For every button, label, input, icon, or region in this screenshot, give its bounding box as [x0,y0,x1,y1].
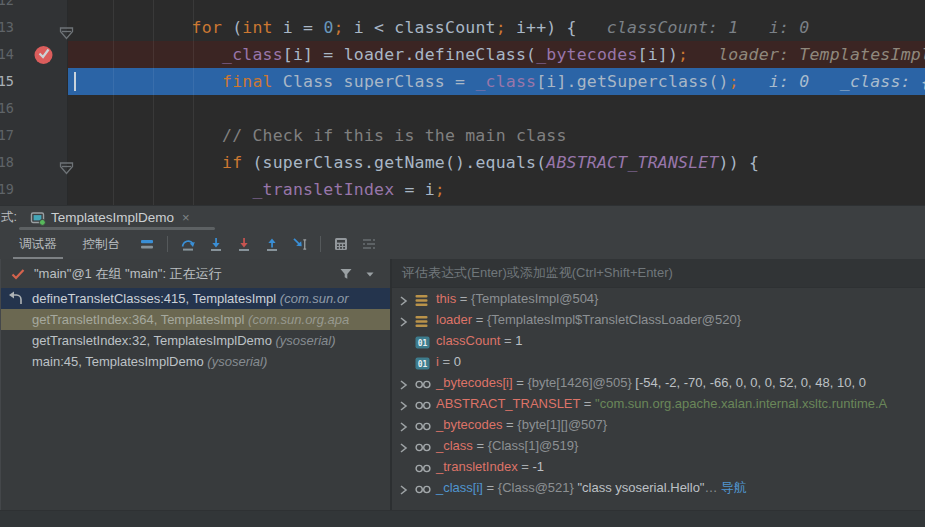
variable-value: = [503,417,518,432]
code-text[interactable]: _class[i] = loader.defineClass(_bytecode… [70,41,925,68]
run-configuration-icon [30,210,46,226]
layout-settings-icon[interactable] [361,236,377,252]
frame-package: (com.sun.or [280,291,349,306]
stack-frame[interactable]: defineTransletClasses:415, TemplatesImpl… [1,288,390,309]
step-over-icon[interactable] [180,236,196,252]
indent-guide [153,0,154,205]
variable-value: 0 [454,354,461,369]
line-number[interactable]: 412 [0,0,14,14]
code-line[interactable]: 417 // Check if this is the main class [0,122,925,149]
variable-row[interactable]: this = {TemplatesImpl@504} [392,288,925,309]
svg-text:01: 01 [418,339,428,348]
execution-point-icon [7,291,24,309]
expand-chevron-icon[interactable] [399,313,408,330]
expand-chevron-icon[interactable] [399,292,408,309]
evaluate-expression-icon[interactable] [333,236,349,252]
expand-chevron-icon[interactable] [399,418,408,435]
code-segment: [i]) [638,45,679,64]
watch-icon [415,376,431,393]
code-line[interactable]: 414 _class[i] = loader.defineClass(_byte… [0,41,925,68]
primitive-icon: 01 [415,334,430,351]
line-number[interactable]: 418 [0,149,14,176]
variable-row[interactable]: loader = {TemplatesImpl$TransletClassLoa… [392,309,925,330]
code-text[interactable]: _transletIndex = i; [70,176,445,203]
inline-debugger-hint: classCount: 1 i: 0 [607,18,810,37]
code-line[interactable]: 418 if (superClass.getName().equals(ABST… [0,149,925,176]
variable-row[interactable]: _bytecodes[i] = {byte[1426]@505} [-54, -… [392,372,925,393]
variable-value: {Class@521} [498,480,574,495]
code-segment: ABSTRACT_TRANSLET [546,153,718,172]
code-text[interactable]: // Check if this is the main class [70,122,567,149]
menu-icon[interactable] [139,236,155,252]
variable-row[interactable]: 01i = 0 [392,351,925,372]
line-number[interactable]: 414 [0,41,14,68]
code-line[interactable]: 413 for (int i = 0; i < classCount; i++)… [0,14,925,41]
line-number[interactable]: 413 [0,14,14,41]
code-text[interactable]: final Class superClass = _class[i].getSu… [70,68,925,95]
line-number[interactable]: 416 [0,95,14,122]
code-editor[interactable]: 412413 for (int i = 0; i < classCount; i… [0,0,925,205]
stack-frame[interactable]: getTransletIndex:364, TemplatesImpl (com… [1,309,390,330]
filter-icon[interactable] [338,266,354,282]
variable-icon [415,292,428,309]
run-to-cursor-icon[interactable] [292,236,308,252]
session-tab[interactable]: TemplatesImplDemo × [30,206,190,229]
code-segment: = i [394,180,435,199]
step-out-icon[interactable] [264,236,280,252]
frame-package: (ysoserial) [207,354,267,369]
variable-name: this [436,291,456,306]
variable-row[interactable]: _class[i] = {Class@521} "class ysoserial… [392,477,925,498]
code-segment: (superClass.getName().equals( [242,153,546,172]
navigate-link[interactable]: 导航 [721,480,747,495]
code-segment: ( [222,18,242,37]
code-segment: for [192,18,222,37]
tab-scrollbar-thumb[interactable] [19,227,215,230]
stack-frame[interactable]: getTransletIndex:32, TemplatesImplDemo (… [1,330,390,351]
code-line[interactable]: 412 [0,0,925,14]
inline-debugger-hint: i: 0 _class: {Cl [769,72,925,91]
variable-row[interactable]: _class = {Class[1]@519} [392,435,925,456]
code-segment: _bytecodes [536,45,637,64]
variable-name: _class [436,438,473,453]
expand-chevron-icon[interactable] [399,376,408,393]
variable-value: = [472,312,487,327]
variables-panel: 评估表达式(Enter)或添加监视(Ctrl+Shift+Enter) this… [392,259,925,510]
variable-row[interactable]: _transletIndex = -1 [392,456,925,477]
stack-frame[interactable]: main:45, TemplatesImplDemo (ysoserial) [1,351,390,372]
variable-row[interactable]: 01classCount = 1 [392,330,925,351]
line-number[interactable]: 417 [0,122,14,149]
tab-debugger[interactable]: 调试器 [6,229,70,259]
variable-row[interactable]: ABSTRACT_TRANSLET = "com.sun.org.apache.… [392,393,925,414]
frame-label: getTransletIndex:364, TemplatesImpl [32,312,248,327]
code-segment: int [242,18,272,37]
variable-value: = [513,375,528,390]
variable-value: "class ysoserial.Hello" [574,480,705,495]
code-line[interactable]: 415 final Class superClass = _class[i].g… [0,68,925,95]
line-number[interactable]: 415 [0,68,14,95]
breakpoint-icon[interactable] [33,44,54,65]
expand-chevron-icon[interactable] [399,481,408,498]
step-into-icon[interactable] [208,236,224,252]
thread-selector[interactable]: "main"@1 在组 "main": 正在运行 [1,259,390,288]
force-step-into-icon[interactable] [236,236,252,252]
variable-row[interactable]: _bytecodes = {byte[1][]@507} [392,414,925,435]
code-segment: )) { [719,153,760,172]
code-line[interactable]: 419 _transletIndex = i; [0,176,925,203]
variable-value: = [439,354,454,369]
variable-value: {TemplatesImpl@504} [471,291,598,306]
frame-label: defineTransletClasses:415, TemplatesImpl [32,291,280,306]
code-line[interactable]: 416 [0,95,925,122]
chevron-down-icon[interactable] [362,266,378,282]
session-tab-title: TemplatesImplDemo [51,210,174,225]
close-icon[interactable]: × [182,210,190,225]
code-text[interactable]: if (superClass.getName().equals(ABSTRACT… [70,149,759,176]
evaluate-expression-input[interactable]: 评估表达式(Enter)或添加监视(Ctrl+Shift+Enter) [392,259,925,288]
expand-chevron-icon[interactable] [399,439,408,456]
line-number[interactable]: 419 [0,176,14,203]
expand-chevron-icon[interactable] [399,397,408,414]
debug-session-tab-row: 式: TemplatesImplDemo × [0,206,925,229]
code-segment: ; [435,180,445,199]
code-text[interactable]: for (int i = 0; i < classCount; i++) {cl… [70,14,809,41]
code-segment: final [222,72,273,91]
tab-console[interactable]: 控制台 [70,229,134,259]
